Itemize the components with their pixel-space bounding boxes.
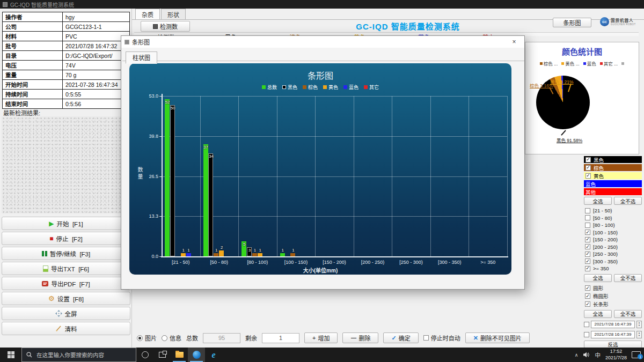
info-row: 操作者hgy <box>3 12 130 22</box>
range-filter-label: [250 - 300) <box>593 251 618 257</box>
add-button[interactable]: +增加 <box>304 333 338 343</box>
checkbox[interactable]: ✓ <box>586 157 591 162</box>
cortana-button[interactable] <box>136 348 153 362</box>
select-none-button[interactable]: 全不选 <box>614 310 642 318</box>
action-button-[interactable]: 暂停/继续 [F3] <box>2 247 130 260</box>
action-button-[interactable]: 全屏 <box>2 307 130 320</box>
color-filter-棕色[interactable]: ✓棕色 <box>584 164 642 171</box>
action-button-[interactable]: ■停止 [F2] <box>2 232 130 245</box>
checkbox[interactable] <box>585 223 590 228</box>
pie-legend-item-: 黄色 ... <box>561 60 579 67</box>
tab-形状[interactable]: 形状 <box>161 9 186 19</box>
action-button-PDF[interactable]: 导出PDF [F7] <box>2 277 130 290</box>
window-title: GC-IQD 智能质量检测系统 <box>10 1 74 9</box>
action-button-TXT[interactable]: 导出TXT [F6] <box>2 262 130 275</box>
action-button-[interactable]: ▶开始 [F1] <box>2 217 130 230</box>
file-explorer-button[interactable] <box>171 348 188 362</box>
shape-filter-圆形[interactable]: ✓圆形 <box>584 284 642 292</box>
pie-legend-more-icon[interactable] <box>621 62 624 65</box>
checkbox[interactable]: ✓ <box>585 301 590 307</box>
action-button-[interactable]: 清料 <box>2 322 130 335</box>
checkbox[interactable]: ✓ <box>585 252 590 257</box>
color-filter-黑色[interactable]: ✓黑色 <box>584 156 642 163</box>
notification-center-icon[interactable]: 1 <box>632 351 641 358</box>
checkbox[interactable]: ✓ <box>585 258 590 264</box>
range-filter-100150[interactable]: ✓[100 - 150) <box>584 229 642 237</box>
datetime-filter-1[interactable]: 2021/7/28 16:47:39▲▼ <box>584 320 642 329</box>
tab-杂质[interactable]: 杂质 <box>135 9 160 19</box>
radio-info[interactable]: 信息 <box>162 334 181 342</box>
range-filter-250300[interactable]: ✓[250 - 300) <box>584 250 642 258</box>
checkbox[interactable]: ✓ <box>585 244 590 249</box>
start-button[interactable] <box>0 348 21 362</box>
checkbox[interactable]: ✓ <box>585 230 590 235</box>
confirm-button[interactable]: ✓确定 <box>383 333 418 343</box>
shape-filter-椭圆形[interactable]: ✓椭圆形 <box>584 292 642 300</box>
datetime-spinner[interactable]: ▲▼ <box>636 321 642 328</box>
detect-count-button[interactable]: 检测数 <box>141 21 190 32</box>
radio-image[interactable]: 图片 <box>137 334 157 342</box>
select-all-button[interactable]: 全选 <box>584 274 612 282</box>
shape-filter-长条形[interactable]: ✓长条形 <box>584 300 642 308</box>
delete-invisible-button[interactable]: ✕删除不可见图片 <box>465 333 530 343</box>
checkbox[interactable]: ✓ <box>585 285 590 291</box>
remain-input[interactable]: 1 <box>262 333 299 343</box>
input-language-indicator[interactable]: 中 <box>595 351 601 359</box>
select-all-button[interactable]: 全选 <box>584 310 612 318</box>
tray-expand-caret[interactable]: ∧ <box>575 352 579 358</box>
checkbox[interactable] <box>584 322 589 327</box>
dialog-close-button[interactable]: × <box>507 38 521 46</box>
volume-icon[interactable] <box>583 352 590 358</box>
dialog-tab-histogram[interactable]: 柱状图 <box>126 51 157 64</box>
checkbox[interactable]: ✓ <box>585 293 590 299</box>
v-gridline <box>430 96 431 256</box>
range-filter-label: [200 - 250) <box>593 244 618 250</box>
color-filter-其他[interactable]: 其他 <box>584 188 642 195</box>
radio-image-dot[interactable] <box>137 335 143 341</box>
select-all-button[interactable]: 全选 <box>584 197 612 205</box>
range-filter-300350[interactable]: ✓[300 - 350) <box>584 258 642 265</box>
legend-label: 总数 <box>267 84 277 91</box>
range-filter-2150[interactable]: [21 - 50) <box>584 207 642 215</box>
checkbox[interactable] <box>585 215 590 220</box>
checkbox[interactable]: ✓ <box>586 173 591 179</box>
info-row: 结束时间0:5:56 <box>3 99 130 109</box>
range-filter-350[interactable]: ✓>= 350 <box>584 265 642 272</box>
edge-app-button[interactable] <box>188 348 205 362</box>
checkbox[interactable]: ✓ <box>586 165 591 171</box>
x-category-label: [50 - 80) <box>200 260 239 265</box>
x-category-label: [100 - 150) <box>277 260 316 265</box>
range-filter-200250[interactable]: ✓[200 - 250) <box>584 243 642 251</box>
checkbox[interactable] <box>585 208 590 213</box>
radio-info-dot[interactable] <box>162 335 167 341</box>
datetime-filter-2[interactable]: 2021/7/28 16:47:39▲▼ <box>584 330 642 339</box>
select-none-button[interactable]: 全不选 <box>614 274 642 282</box>
select-none-button[interactable]: 全不选 <box>614 197 642 205</box>
checkbox[interactable]: ✓ <box>585 237 590 242</box>
invert-selection-button[interactable]: 反选 <box>584 341 642 348</box>
color-filter-蓝色[interactable]: 蓝色 <box>584 180 642 187</box>
gear-icon: ⚙ <box>48 294 55 302</box>
datetime-spinner[interactable]: ▲▼ <box>636 331 642 338</box>
checkbox[interactable] <box>584 332 589 337</box>
bar-chart-button[interactable]: 条形图 <box>553 18 591 27</box>
auto-stop-checkbox[interactable]: 停止时自动 <box>423 334 460 342</box>
datetime-value[interactable]: 2021/7/28 16:47:39 <box>591 321 635 328</box>
auto-stop-box[interactable] <box>423 335 429 341</box>
color-filter-黄色[interactable]: ✓黄色 <box>584 172 642 179</box>
internet-explorer-button[interactable]: e <box>205 348 222 362</box>
range-filter-5080[interactable]: [50 - 80) <box>584 215 642 222</box>
task-view-button[interactable] <box>153 348 171 362</box>
bar-蓝色-0 <box>186 253 191 256</box>
range-filter-150200[interactable]: ✓[150 - 200) <box>584 236 642 243</box>
action-button-[interactable]: ⚙设置 [F8] <box>2 292 130 305</box>
range-filter-80100[interactable]: [80 - 100) <box>584 221 642 229</box>
taskbar-search-input[interactable]: 在这里输入你要搜索的内容 <box>21 348 136 362</box>
legend-swatch <box>262 85 266 89</box>
range-filter-label: [300 - 350) <box>593 258 618 264</box>
taskbar-clock[interactable]: 17:52 2021/7/28 <box>605 349 627 361</box>
range-filter-label: [100 - 150) <box>593 230 618 235</box>
checkbox[interactable]: ✓ <box>585 266 590 271</box>
delete-button[interactable]: 一删除 <box>342 333 378 343</box>
datetime-value[interactable]: 2021/7/28 16:47:39 <box>591 331 635 338</box>
